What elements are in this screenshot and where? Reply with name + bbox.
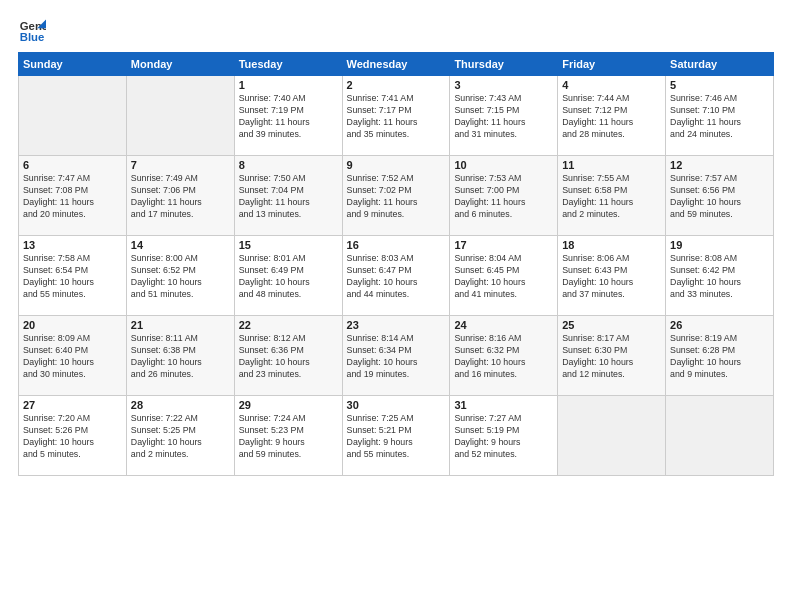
svg-text:Blue: Blue: [20, 31, 45, 43]
header-day-tuesday: Tuesday: [234, 53, 342, 76]
calendar-cell: 11Sunrise: 7:55 AMSunset: 6:58 PMDayligh…: [558, 156, 666, 236]
day-detail: Sunrise: 8:16 AMSunset: 6:32 PMDaylight:…: [454, 333, 553, 381]
day-number: 15: [239, 239, 338, 251]
day-detail: Sunrise: 7:49 AMSunset: 7:06 PMDaylight:…: [131, 173, 230, 221]
header-day-wednesday: Wednesday: [342, 53, 450, 76]
day-detail: Sunrise: 7:46 AMSunset: 7:10 PMDaylight:…: [670, 93, 769, 141]
day-number: 19: [670, 239, 769, 251]
calendar-cell: 9Sunrise: 7:52 AMSunset: 7:02 PMDaylight…: [342, 156, 450, 236]
day-detail: Sunrise: 8:14 AMSunset: 6:34 PMDaylight:…: [347, 333, 446, 381]
day-detail: Sunrise: 8:04 AMSunset: 6:45 PMDaylight:…: [454, 253, 553, 301]
calendar-cell: 24Sunrise: 8:16 AMSunset: 6:32 PMDayligh…: [450, 316, 558, 396]
header-day-friday: Friday: [558, 53, 666, 76]
day-number: 22: [239, 319, 338, 331]
day-detail: Sunrise: 7:20 AMSunset: 5:26 PMDaylight:…: [23, 413, 122, 461]
day-number: 28: [131, 399, 230, 411]
day-number: 30: [347, 399, 446, 411]
day-detail: Sunrise: 7:25 AMSunset: 5:21 PMDaylight:…: [347, 413, 446, 461]
day-number: 23: [347, 319, 446, 331]
header-day-thursday: Thursday: [450, 53, 558, 76]
calendar-cell: 27Sunrise: 7:20 AMSunset: 5:26 PMDayligh…: [19, 396, 127, 476]
day-detail: Sunrise: 8:08 AMSunset: 6:42 PMDaylight:…: [670, 253, 769, 301]
calendar-week-2: 6Sunrise: 7:47 AMSunset: 7:08 PMDaylight…: [19, 156, 774, 236]
day-number: 7: [131, 159, 230, 171]
calendar-cell: 14Sunrise: 8:00 AMSunset: 6:52 PMDayligh…: [126, 236, 234, 316]
day-number: 8: [239, 159, 338, 171]
calendar-cell: 10Sunrise: 7:53 AMSunset: 7:00 PMDayligh…: [450, 156, 558, 236]
day-number: 1: [239, 79, 338, 91]
day-number: 26: [670, 319, 769, 331]
calendar-cell: 17Sunrise: 8:04 AMSunset: 6:45 PMDayligh…: [450, 236, 558, 316]
day-number: 6: [23, 159, 122, 171]
day-number: 31: [454, 399, 553, 411]
calendar-cell: 29Sunrise: 7:24 AMSunset: 5:23 PMDayligh…: [234, 396, 342, 476]
calendar-cell: 8Sunrise: 7:50 AMSunset: 7:04 PMDaylight…: [234, 156, 342, 236]
day-detail: Sunrise: 8:19 AMSunset: 6:28 PMDaylight:…: [670, 333, 769, 381]
day-detail: Sunrise: 8:06 AMSunset: 6:43 PMDaylight:…: [562, 253, 661, 301]
day-number: 9: [347, 159, 446, 171]
calendar-cell: 3Sunrise: 7:43 AMSunset: 7:15 PMDaylight…: [450, 76, 558, 156]
header-row: SundayMondayTuesdayWednesdayThursdayFrid…: [19, 53, 774, 76]
day-number: 27: [23, 399, 122, 411]
calendar-cell: 19Sunrise: 8:08 AMSunset: 6:42 PMDayligh…: [666, 236, 774, 316]
calendar-cell: 21Sunrise: 8:11 AMSunset: 6:38 PMDayligh…: [126, 316, 234, 396]
day-detail: Sunrise: 7:53 AMSunset: 7:00 PMDaylight:…: [454, 173, 553, 221]
day-number: 20: [23, 319, 122, 331]
calendar-cell: 22Sunrise: 8:12 AMSunset: 6:36 PMDayligh…: [234, 316, 342, 396]
day-number: 24: [454, 319, 553, 331]
calendar-week-1: 1Sunrise: 7:40 AMSunset: 7:19 PMDaylight…: [19, 76, 774, 156]
day-detail: Sunrise: 7:57 AMSunset: 6:56 PMDaylight:…: [670, 173, 769, 221]
calendar-cell: 13Sunrise: 7:58 AMSunset: 6:54 PMDayligh…: [19, 236, 127, 316]
day-number: 16: [347, 239, 446, 251]
calendar-week-3: 13Sunrise: 7:58 AMSunset: 6:54 PMDayligh…: [19, 236, 774, 316]
day-number: 21: [131, 319, 230, 331]
day-detail: Sunrise: 8:01 AMSunset: 6:49 PMDaylight:…: [239, 253, 338, 301]
header-day-sunday: Sunday: [19, 53, 127, 76]
day-detail: Sunrise: 7:22 AMSunset: 5:25 PMDaylight:…: [131, 413, 230, 461]
day-number: 5: [670, 79, 769, 91]
calendar-week-4: 20Sunrise: 8:09 AMSunset: 6:40 PMDayligh…: [19, 316, 774, 396]
calendar-cell: 7Sunrise: 7:49 AMSunset: 7:06 PMDaylight…: [126, 156, 234, 236]
day-number: 25: [562, 319, 661, 331]
calendar-week-5: 27Sunrise: 7:20 AMSunset: 5:26 PMDayligh…: [19, 396, 774, 476]
day-detail: Sunrise: 7:47 AMSunset: 7:08 PMDaylight:…: [23, 173, 122, 221]
day-number: 13: [23, 239, 122, 251]
calendar-header: SundayMondayTuesdayWednesdayThursdayFrid…: [19, 53, 774, 76]
day-detail: Sunrise: 8:11 AMSunset: 6:38 PMDaylight:…: [131, 333, 230, 381]
day-detail: Sunrise: 7:44 AMSunset: 7:12 PMDaylight:…: [562, 93, 661, 141]
day-detail: Sunrise: 7:55 AMSunset: 6:58 PMDaylight:…: [562, 173, 661, 221]
calendar-cell: 23Sunrise: 8:14 AMSunset: 6:34 PMDayligh…: [342, 316, 450, 396]
header: General Blue: [18, 16, 774, 44]
calendar-cell: 30Sunrise: 7:25 AMSunset: 5:21 PMDayligh…: [342, 396, 450, 476]
calendar-cell: 18Sunrise: 8:06 AMSunset: 6:43 PMDayligh…: [558, 236, 666, 316]
day-number: 11: [562, 159, 661, 171]
calendar-cell: [558, 396, 666, 476]
day-detail: Sunrise: 8:03 AMSunset: 6:47 PMDaylight:…: [347, 253, 446, 301]
day-number: 18: [562, 239, 661, 251]
day-number: 10: [454, 159, 553, 171]
day-number: 4: [562, 79, 661, 91]
header-day-monday: Monday: [126, 53, 234, 76]
calendar-cell: 15Sunrise: 8:01 AMSunset: 6:49 PMDayligh…: [234, 236, 342, 316]
day-detail: Sunrise: 7:27 AMSunset: 5:19 PMDaylight:…: [454, 413, 553, 461]
calendar-cell: 5Sunrise: 7:46 AMSunset: 7:10 PMDaylight…: [666, 76, 774, 156]
day-detail: Sunrise: 7:58 AMSunset: 6:54 PMDaylight:…: [23, 253, 122, 301]
day-number: 14: [131, 239, 230, 251]
day-detail: Sunrise: 7:43 AMSunset: 7:15 PMDaylight:…: [454, 93, 553, 141]
calendar-cell: 26Sunrise: 8:19 AMSunset: 6:28 PMDayligh…: [666, 316, 774, 396]
calendar-cell: 6Sunrise: 7:47 AMSunset: 7:08 PMDaylight…: [19, 156, 127, 236]
calendar-page: General Blue SundayMondayTuesdayWednesda…: [0, 0, 792, 612]
logo: General Blue: [18, 16, 50, 44]
calendar-body: 1Sunrise: 7:40 AMSunset: 7:19 PMDaylight…: [19, 76, 774, 476]
day-detail: Sunrise: 7:50 AMSunset: 7:04 PMDaylight:…: [239, 173, 338, 221]
calendar-cell: 25Sunrise: 8:17 AMSunset: 6:30 PMDayligh…: [558, 316, 666, 396]
day-detail: Sunrise: 7:40 AMSunset: 7:19 PMDaylight:…: [239, 93, 338, 141]
day-detail: Sunrise: 8:09 AMSunset: 6:40 PMDaylight:…: [23, 333, 122, 381]
day-detail: Sunrise: 7:24 AMSunset: 5:23 PMDaylight:…: [239, 413, 338, 461]
day-number: 12: [670, 159, 769, 171]
calendar-cell: 1Sunrise: 7:40 AMSunset: 7:19 PMDaylight…: [234, 76, 342, 156]
day-number: 29: [239, 399, 338, 411]
day-number: 3: [454, 79, 553, 91]
calendar-cell: 28Sunrise: 7:22 AMSunset: 5:25 PMDayligh…: [126, 396, 234, 476]
calendar-cell: [126, 76, 234, 156]
